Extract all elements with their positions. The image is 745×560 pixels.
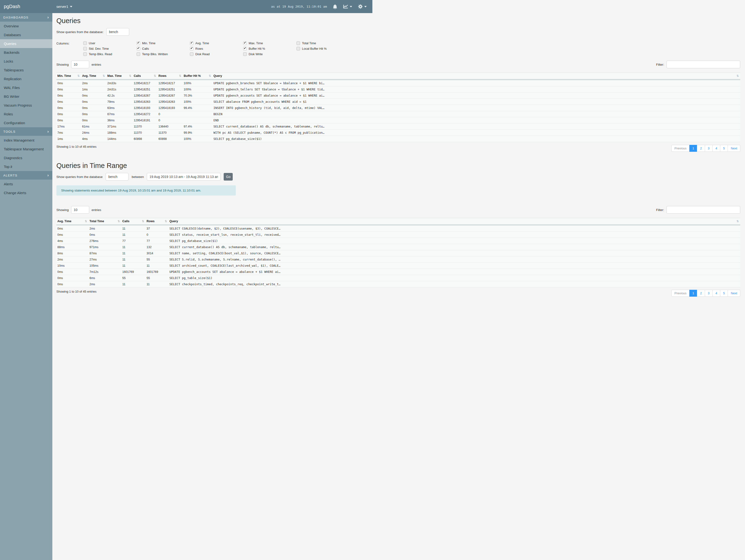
column-header-avg-time[interactable]: Avg. Time⇅	[81, 73, 106, 80]
query-link[interactable]: SELECT status, receive_start_lsn, receiv…	[168, 232, 372, 238]
column-header-query[interactable]: Query⇅	[213, 73, 372, 80]
sort-icon[interactable]: ⇅	[77, 74, 80, 77]
sidebar-item-replication[interactable]: Replication	[0, 74, 52, 83]
sidebar-item-diagnostics[interactable]: Diagnostics	[0, 154, 52, 162]
query-link[interactable]: SELECT S.relid, S.schemaname, S.relname,…	[168, 257, 372, 263]
column-toggle-disk-read[interactable]: Disk Read	[190, 52, 243, 56]
sort-icon[interactable]: ⇅	[118, 220, 120, 223]
checkbox-checked-icon[interactable]	[137, 41, 140, 45]
entries-count-input[interactable]	[71, 206, 89, 213]
checkbox-checked-icon[interactable]	[243, 41, 247, 45]
query-link[interactable]: SELECT pg_table_size($1)	[168, 275, 372, 280]
column-toggle-user[interactable]: User	[83, 41, 137, 45]
database-input[interactable]	[106, 173, 129, 180]
checkbox-checked-icon[interactable]	[190, 41, 193, 45]
column-toggle-std-dev-time[interactable]: Std. Dev. Time	[83, 47, 137, 51]
column-toggle-max-time[interactable]: Max. Time	[243, 41, 296, 45]
charts-menu-button[interactable]	[343, 4, 352, 9]
sort-icon[interactable]: ⇅	[85, 220, 87, 223]
date-range-input[interactable]	[147, 173, 221, 180]
sort-icon[interactable]: ⇅	[142, 220, 144, 223]
checkbox-checked-icon[interactable]	[137, 47, 140, 51]
column-header-calls[interactable]: Calls⇅	[133, 73, 158, 80]
query-link[interactable]: UPDATE pgbench_accounts SET abalance = a…	[213, 93, 372, 99]
sort-icon[interactable]: ⇅	[129, 74, 131, 77]
column-toggle-temp-blks-written[interactable]: Temp Blks. Written	[137, 52, 190, 56]
column-toggle-temp-blks-read[interactable]: Temp Blks. Read	[83, 52, 137, 56]
query-link[interactable]: SELECT archived_count, COALESCE(last_arc…	[168, 263, 372, 269]
column-header-min-time[interactable]: Min. Time⇅	[56, 73, 81, 80]
sidebar-item-databases[interactable]: Databases	[0, 30, 52, 39]
sort-icon[interactable]: ⇅	[179, 74, 181, 77]
sort-icon[interactable]: ⇅	[165, 220, 167, 223]
query-link[interactable]: SELECT pg_database_size($1)	[213, 136, 372, 142]
checkbox-unchecked-icon[interactable]	[296, 41, 300, 45]
sidebar-item-index-management[interactable]: Index Management	[0, 136, 52, 145]
sort-icon[interactable]: ⇅	[209, 74, 211, 77]
sidebar-item-tablespace-management[interactable]: Tablespace Management	[0, 145, 52, 154]
column-header-rows[interactable]: Rows⇅	[145, 218, 168, 225]
column-header-max-time[interactable]: Max. Time⇅	[106, 73, 133, 80]
query-link[interactable]: SELECT abalance FROM pgbench_accounts WH…	[213, 99, 372, 105]
sidebar-section-tools[interactable]: TOOLS›	[0, 127, 52, 136]
sidebar-item-roles[interactable]: Roles	[0, 110, 52, 119]
query-link[interactable]: SELECT current_database() AS db, scheman…	[213, 124, 372, 130]
column-header-calls[interactable]: Calls⇅	[121, 218, 145, 225]
column-toggle-buffer-hit-[interactable]: Buffer Hit %	[243, 47, 296, 51]
query-link[interactable]: INSERT INTO pgbench_history (tid, bid, a…	[213, 105, 372, 111]
column-header-total-time[interactable]: Total Time⇅	[89, 218, 121, 225]
sidebar-item-overview[interactable]: Overview	[0, 22, 52, 30]
column-header-buffer-hit-[interactable]: Buffer Hit %⇅	[183, 73, 213, 80]
query-link[interactable]: SELECT name, setting, COALESCE(boot_val,…	[168, 250, 372, 257]
query-link[interactable]: SELECT current_database() AS db, scheman…	[168, 244, 372, 250]
query-link[interactable]: END	[213, 117, 372, 124]
checkbox-unchecked-icon[interactable]	[83, 41, 87, 45]
sidebar-item-backends[interactable]: Backends	[0, 48, 52, 57]
sidebar-item-tablespaces[interactable]: Tablespaces	[0, 66, 52, 74]
sidebar-item-change-alerts[interactable]: Change Alerts	[0, 189, 52, 197]
column-header-avg-time[interactable]: Avg. Time⇅	[56, 218, 89, 225]
server-selector[interactable]: server1	[56, 4, 72, 8]
sidebar-item-vacuum-progress[interactable]: Vacuum Progress	[0, 101, 52, 110]
column-toggle-min-time[interactable]: Min. Time	[137, 41, 190, 45]
checkbox-unchecked-icon[interactable]	[296, 47, 300, 51]
checkbox-unchecked-icon[interactable]	[137, 52, 140, 56]
query-link[interactable]: UPDATE pgbench_accounts SET abalance = a…	[168, 269, 372, 275]
checkbox-unchecked-icon[interactable]	[83, 47, 87, 51]
column-toggle-local-buffer-hit-[interactable]: Local Buffer Hit %	[296, 47, 350, 51]
sidebar-item-alerts[interactable]: Alerts	[0, 179, 52, 189]
column-toggle-disk-write[interactable]: Disk Write	[243, 52, 296, 56]
sidebar-item-wal-files[interactable]: WAL Files	[0, 83, 52, 92]
database-input[interactable]	[106, 28, 129, 36]
sidebar-item-locks[interactable]: Locks	[0, 57, 52, 66]
query-link[interactable]: WITH pc AS (SELECT pubname, COUNT(*) AS …	[213, 130, 372, 136]
go-button[interactable]: Go	[224, 173, 233, 180]
settings-menu-button[interactable]	[358, 4, 367, 9]
query-link[interactable]: SELECT COALESCE(datname, $2), COALESCE(u…	[168, 225, 372, 232]
sort-icon[interactable]: ⇅	[102, 74, 105, 77]
column-toggle-avg-time[interactable]: Avg. Time	[190, 41, 243, 45]
checkbox-unchecked-icon[interactable]	[83, 52, 87, 56]
sidebar-item-bg-writer[interactable]: BG Writer	[0, 92, 52, 101]
checkbox-checked-icon[interactable]	[190, 47, 193, 51]
query-link[interactable]: UPDATE pgbench_branches SET bbalance = b…	[213, 80, 372, 86]
column-toggle-rows[interactable]: Rows	[190, 47, 243, 51]
column-header-rows[interactable]: Rows⇅	[158, 73, 183, 80]
checkbox-unchecked-icon[interactable]	[190, 52, 193, 56]
sidebar-section-alerts[interactable]: ALERTS›	[0, 171, 52, 179]
column-header-query[interactable]: Query⇅	[168, 218, 372, 225]
sidebar-item-top-k[interactable]: Top k	[0, 162, 52, 171]
query-link[interactable]: SELECT pg_database_size($1)	[168, 238, 372, 244]
sidebar-item-configuration[interactable]: Configuration	[0, 119, 52, 127]
sort-icon[interactable]: ⇅	[154, 74, 156, 77]
sidebar-section-dashboards[interactable]: DASHBOARDS›	[0, 13, 52, 22]
column-toggle-total-time[interactable]: Total Time	[296, 41, 350, 45]
query-link[interactable]: UPDATE pgbench_tellers SET tbalance = tb…	[213, 86, 372, 93]
sidebar-item-queries[interactable]: Queries	[0, 39, 52, 48]
entries-count-input[interactable]	[71, 61, 89, 68]
query-link[interactable]: BEGIN	[213, 111, 372, 117]
checkbox-checked-icon[interactable]	[243, 47, 247, 51]
column-toggle-calls[interactable]: Calls	[137, 47, 190, 51]
notifications-button[interactable]	[333, 4, 337, 9]
checkbox-unchecked-icon[interactable]	[243, 52, 247, 56]
